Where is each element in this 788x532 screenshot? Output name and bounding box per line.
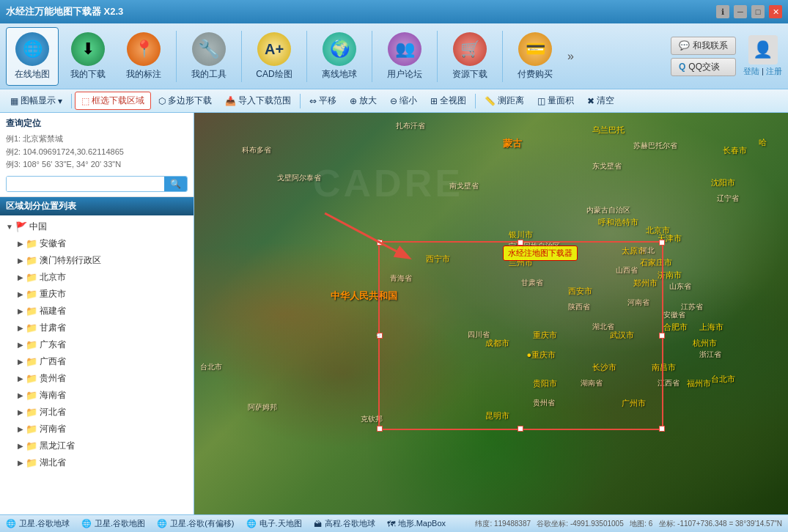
map-label-gobi-altai: 戈壁阿尔泰省 xyxy=(277,173,321,183)
terrain-label: 地形.MapBox xyxy=(398,518,446,529)
tool-user-forum[interactable]: 👥 用户论坛 xyxy=(378,27,431,86)
map-label-zhejiang: 浙江省 xyxy=(699,350,721,360)
clear-icon: ✖ xyxy=(587,96,594,106)
zoom-in-btn[interactable]: ⊕ 放大 xyxy=(344,92,383,109)
status-electronic[interactable]: 🌐 电子.天地图 xyxy=(246,518,302,529)
tool-cad-draw[interactable]: A+ CAD绘图 xyxy=(248,27,301,86)
import-range-btn[interactable]: 📥 导入下载范围 xyxy=(219,92,297,109)
contact-icon: 💬 xyxy=(679,40,690,51)
region-tree[interactable]: ▼ 🚩 中国 ▶ 📁 安徽省 ▶ 📁 澳门特别行政区 ▶ 📁 北京市 ▶ xyxy=(0,215,194,514)
handle-tr[interactable] xyxy=(659,240,665,245)
map-label-hubei: 湖北省 xyxy=(592,322,614,332)
frame-select-btn[interactable]: ⬚ 框选下载区域 xyxy=(75,92,151,110)
folder-icon: 📁 xyxy=(26,373,37,384)
province-label: 河北省 xyxy=(40,406,66,418)
map-label-chengdu: 成都市 xyxy=(485,338,509,349)
folder-icon: 📁 xyxy=(26,238,37,249)
tree-item-anhui[interactable]: ▶ 📁 安徽省 xyxy=(0,235,194,252)
red-arrow-svg xyxy=(194,113,788,514)
map-label-tianjin: 天津市 xyxy=(658,233,682,244)
tree-item-henan[interactable]: ▶ 📁 河南省 xyxy=(0,421,194,437)
my-tools-icon: 🔧 xyxy=(192,32,226,66)
map-label-gansu: 甘肃省 xyxy=(521,278,543,288)
tree-item-guizhou[interactable]: ▶ 📁 贵州省 xyxy=(0,370,194,387)
tree-item-chongqing[interactable]: ▶ 📁 重庆市 xyxy=(0,286,194,303)
expand-arrow: ▶ xyxy=(18,307,23,315)
tree-item-gansu[interactable]: ▶ 📁 甘肃省 xyxy=(0,319,194,336)
tool-my-tools[interactable]: 🔧 我的工具 xyxy=(183,27,235,86)
tool-my-marker[interactable]: 📍 我的标注 xyxy=(117,27,170,86)
grid-icon: ▦ xyxy=(10,96,18,106)
tree-item-hebei[interactable]: ▶ 📁 河北省 xyxy=(0,404,194,421)
grid-label: 图幅显示 xyxy=(21,95,56,107)
tool-online-map[interactable]: 🌐 在线地图 xyxy=(6,27,59,86)
sec-divider-2 xyxy=(300,94,301,108)
coords-display: 纬度: 119488387 谷歌坐标: -4991.93501005 地图: 6… xyxy=(475,519,782,529)
status-terrain[interactable]: 🗺 地形.MapBox xyxy=(387,518,446,529)
measure-dist-btn[interactable]: 📏 测距离 xyxy=(479,92,530,109)
status-satellite-3[interactable]: 🌐 卫星.谷歌(有偏移) xyxy=(157,518,234,529)
status-satellite-1[interactable]: 🌐 卫星.谷歌地球 xyxy=(6,518,70,529)
tree-item-beijing[interactable]: ▶ 📁 北京市 xyxy=(0,269,194,286)
contact-button[interactable]: 💬 和我联系 xyxy=(671,37,736,55)
satellite-label-2: 卫星.谷歌地图 xyxy=(95,518,145,529)
tree-item-macao[interactable]: ▶ 📁 澳门特别行政区 xyxy=(0,252,194,269)
tree-item-hainan[interactable]: ▶ 📁 海南省 xyxy=(0,387,194,404)
close-button[interactable]: ✕ xyxy=(769,5,782,18)
province-label: 北京市 xyxy=(40,271,66,284)
info-button[interactable]: ℹ xyxy=(716,5,729,18)
map-label-anhui: 安徽省 xyxy=(663,310,685,320)
province-label: 海南省 xyxy=(40,389,66,402)
search-button[interactable]: 🔍 xyxy=(164,177,187,191)
full-view-label: 全视图 xyxy=(440,95,466,107)
clear-btn[interactable]: ✖ 清空 xyxy=(581,92,620,109)
handle-br[interactable] xyxy=(659,426,665,432)
avatar: 👤 xyxy=(748,35,778,64)
tree-item-heilongjiang[interactable]: ▶ 📁 黑龙江省 xyxy=(0,437,194,454)
qq-button[interactable]: Q QQ交谈 xyxy=(671,58,736,76)
handle-bm[interactable] xyxy=(518,426,523,432)
map-label-taiyuan: 太原市 xyxy=(622,245,646,256)
import-label: 导入下载范围 xyxy=(238,95,291,107)
status-elevation[interactable]: 🏔 高程.谷歌地球 xyxy=(314,518,375,529)
login-link[interactable]: 登陆 xyxy=(743,67,759,75)
maximize-button[interactable]: □ xyxy=(751,5,765,18)
toolbar-divider-5 xyxy=(437,31,438,82)
register-link[interactable]: 注册 xyxy=(766,67,782,75)
province-label: 福建省 xyxy=(40,305,66,317)
expand-arrow: ▶ xyxy=(18,408,23,416)
tree-root-china[interactable]: ▼ 🚩 中国 xyxy=(0,218,194,235)
measure-dist-icon: 📏 xyxy=(485,96,496,106)
full-view-btn[interactable]: ⊞ 全视图 xyxy=(424,92,472,109)
folder-icon: 📁 xyxy=(26,424,37,435)
measure-area-btn[interactable]: ◫ 量面积 xyxy=(531,92,580,109)
my-download-label: 我的下载 xyxy=(70,69,106,79)
map-background: CADRE 乌兰巴托 蒙古 扎布汗省 科布多省 东戈壁省 苏赫巴托尔省 戈壁阿尔… xyxy=(194,113,788,514)
tool-resource-dl[interactable]: 🛒 资源下载 xyxy=(443,27,496,86)
status-satellite-2[interactable]: 🌐 卫星.谷歌地图 xyxy=(81,518,145,529)
grid-display-btn[interactable]: ▦ 图幅显示 ▾ xyxy=(4,92,68,109)
elevation-icon: 🏔 xyxy=(314,520,322,528)
electronic-icon: 🌐 xyxy=(246,519,257,528)
tool-offline-earth[interactable]: 🌍 离线地球 xyxy=(313,27,366,86)
expand-arrow: ▶ xyxy=(18,358,23,366)
pan-btn[interactable]: ⇔ 平移 xyxy=(303,92,342,109)
tree-item-hubei[interactable]: ▶ 📁 湖北省 xyxy=(0,454,194,471)
tree-item-fujian[interactable]: ▶ 📁 福建省 xyxy=(0,303,194,319)
handle-bl[interactable] xyxy=(377,426,383,432)
toolbar-divider-6 xyxy=(502,31,503,82)
zoom-out-btn[interactable]: ⊖ 缩小 xyxy=(384,92,423,109)
toolbar-more-button[interactable]: » xyxy=(564,47,577,66)
tree-item-guangxi[interactable]: ▶ 📁 广西省 xyxy=(0,353,194,370)
minimize-button[interactable]: ─ xyxy=(734,5,747,18)
search-input[interactable] xyxy=(7,177,164,191)
province-label: 广西省 xyxy=(40,355,66,368)
online-map-label: 在线地图 xyxy=(15,69,50,79)
map-label-guangzhou: 广州市 xyxy=(622,398,646,409)
map-area[interactable]: CADRE 乌兰巴托 蒙古 扎布汗省 科布多省 东戈壁省 苏赫巴托尔省 戈壁阿尔… xyxy=(194,113,788,514)
polygon-draw-btn[interactable]: ⬡ 多边形下载 xyxy=(152,92,218,109)
handle-mr[interactable] xyxy=(659,333,665,339)
tool-my-download[interactable]: ⬇ 我的下载 xyxy=(62,27,114,86)
tree-item-guangdong[interactable]: ▶ 📁 广东省 xyxy=(0,336,194,353)
tool-payment[interactable]: 💳 付费购买 xyxy=(509,27,561,86)
